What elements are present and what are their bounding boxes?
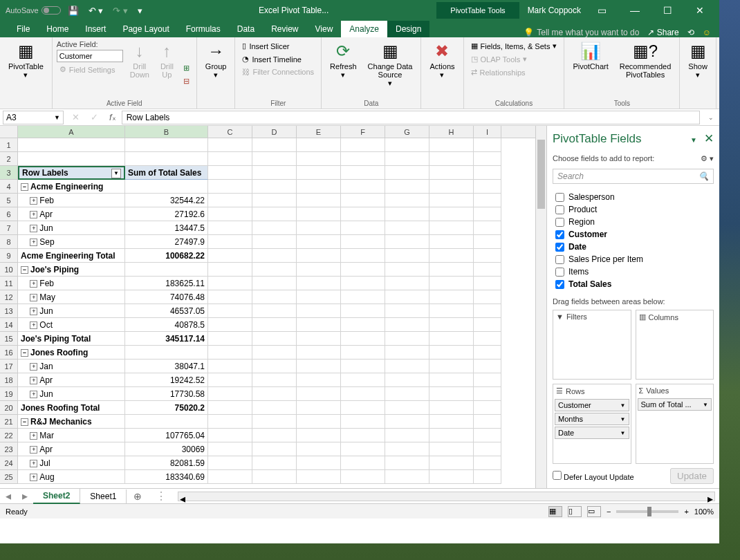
row-header[interactable]: 25 <box>0 470 18 484</box>
olap-tools-button[interactable]: ◳ OLAP Tools ▾ <box>468 53 560 65</box>
cell[interactable] <box>208 277 252 290</box>
cell[interactable] <box>208 470 252 484</box>
cell[interactable]: 27192.6 <box>125 207 208 221</box>
collapse-icon[interactable]: − <box>21 183 28 191</box>
cell[interactable] <box>429 249 474 263</box>
cell[interactable] <box>252 235 297 249</box>
cell[interactable] <box>297 221 341 235</box>
cell[interactable] <box>474 304 501 318</box>
fields-pane-dropdown-icon[interactable]: ▼ <box>690 136 697 144</box>
sheet-tab-sheet1[interactable]: Sheet1 <box>80 489 127 503</box>
cell[interactable] <box>429 194 474 207</box>
cell[interactable] <box>297 180 341 194</box>
redo-icon[interactable]: ↷ ▾ <box>110 4 131 17</box>
horizontal-scrollbar[interactable]: ◂ ▸ <box>178 492 715 501</box>
cell[interactable] <box>385 360 429 373</box>
user-name[interactable]: Mark Coppock <box>528 6 581 15</box>
tab-view[interactable]: View <box>307 21 342 37</box>
cell[interactable] <box>385 346 429 360</box>
cell[interactable] <box>297 138 341 152</box>
column-header[interactable]: F <box>341 126 385 138</box>
cell[interactable] <box>297 235 341 249</box>
cell[interactable] <box>252 346 297 360</box>
cell[interactable]: −R&J Mechanics <box>18 415 125 429</box>
cell[interactable] <box>385 373 429 387</box>
cell[interactable] <box>297 277 341 290</box>
cell[interactable]: −Acme Engineering <box>18 180 125 194</box>
cell[interactable] <box>252 387 297 401</box>
column-header[interactable]: D <box>252 126 297 138</box>
row-header[interactable]: 13 <box>0 304 18 318</box>
expand-icon[interactable]: + <box>30 308 37 315</box>
column-header[interactable]: C <box>208 126 252 138</box>
cell[interactable] <box>208 360 252 373</box>
row-header[interactable]: 7 <box>0 221 18 235</box>
cell[interactable] <box>341 194 385 207</box>
page-layout-view-icon[interactable]: ▯ <box>568 506 582 517</box>
cell[interactable] <box>429 180 474 194</box>
cell[interactable] <box>125 152 208 166</box>
qat-customize-icon[interactable]: ▾ <box>135 4 145 17</box>
values-area[interactable]: ΣValues Sum of Total ...▼ <box>636 384 714 464</box>
cell[interactable] <box>252 166 297 180</box>
row-header[interactable]: 1 <box>0 138 18 152</box>
expand-icon[interactable]: + <box>30 294 37 301</box>
cell[interactable]: +Feb <box>18 194 125 207</box>
group-button[interactable]: →Group▾ <box>201 40 231 81</box>
rows-area[interactable]: ☰Rows Customer▼Months▼Date▼ <box>553 384 631 464</box>
cell[interactable] <box>297 429 341 442</box>
cell[interactable] <box>474 207 501 221</box>
expand-icon[interactable]: + <box>30 211 37 218</box>
cell[interactable] <box>252 360 297 373</box>
area-item[interactable]: Sum of Total ...▼ <box>638 398 712 411</box>
row-header[interactable]: 8 <box>0 235 18 249</box>
fields-pane-close-icon[interactable]: ✕ <box>704 132 714 145</box>
row-header[interactable]: 9 <box>0 249 18 263</box>
tab-analyze[interactable]: Analyze <box>341 21 387 37</box>
cell[interactable] <box>208 194 252 207</box>
cell[interactable] <box>474 332 501 346</box>
cell[interactable] <box>474 401 501 415</box>
cell[interactable] <box>125 138 208 152</box>
cell[interactable] <box>474 221 501 235</box>
cell[interactable] <box>297 152 341 166</box>
cancel-formula-icon[interactable]: ✕ <box>66 112 85 122</box>
cell[interactable] <box>208 180 252 194</box>
page-break-view-icon[interactable]: ▭ <box>587 506 601 517</box>
field-item[interactable]: Region <box>555 216 711 228</box>
cell[interactable] <box>297 207 341 221</box>
formula-input[interactable] <box>122 111 700 124</box>
cell[interactable]: 82081.59 <box>125 456 208 470</box>
field-item[interactable]: Total Sales <box>555 278 711 290</box>
defer-layout-checkbox[interactable]: Defer Layout Update <box>553 471 634 481</box>
cell[interactable] <box>429 263 474 277</box>
cell[interactable] <box>18 152 125 166</box>
row-header[interactable]: 4 <box>0 180 18 194</box>
cell[interactable] <box>341 387 385 401</box>
insert-slicer-button[interactable]: ▯ Insert Slicer <box>239 40 317 52</box>
cell[interactable] <box>429 456 474 470</box>
row-header[interactable]: 18 <box>0 373 18 387</box>
collapse-icon[interactable]: − <box>21 349 28 357</box>
cell[interactable] <box>341 456 385 470</box>
expand-icon[interactable]: + <box>30 391 37 398</box>
row-header[interactable]: 6 <box>0 207 18 221</box>
cell[interactable] <box>208 442 252 456</box>
cell[interactable] <box>474 442 501 456</box>
minimize-button[interactable]: — <box>623 2 647 19</box>
cell[interactable] <box>341 207 385 221</box>
cell[interactable] <box>208 235 252 249</box>
cell[interactable] <box>474 263 501 277</box>
area-item[interactable]: Customer▼ <box>555 399 629 411</box>
spreadsheet-grid[interactable]: ABCDEFGHI 123Row Labels▼Sum of Total Sal… <box>0 126 535 488</box>
tab-design[interactable]: Design <box>387 21 429 37</box>
tab-insert[interactable]: Insert <box>77 21 114 37</box>
cell[interactable] <box>474 346 501 360</box>
cell[interactable]: 183625.11 <box>125 277 208 290</box>
tab-data[interactable]: Data <box>229 21 263 37</box>
expand-icon[interactable]: + <box>30 197 37 205</box>
cell[interactable] <box>252 152 297 166</box>
zoom-in-button[interactable]: + <box>684 507 688 516</box>
cell[interactable]: Sum of Total Sales <box>125 166 208 180</box>
cell[interactable] <box>341 415 385 429</box>
